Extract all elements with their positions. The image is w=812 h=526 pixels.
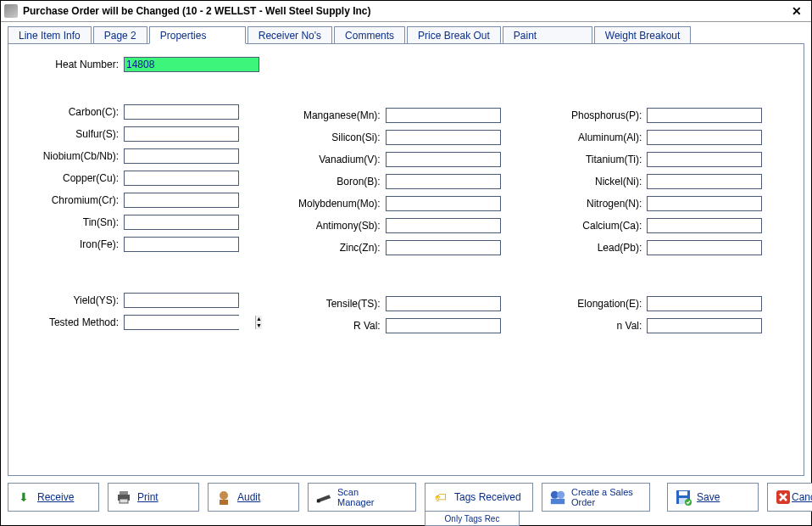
tin-label: Tin(Sn):	[17, 216, 119, 228]
svg-point-3	[220, 491, 228, 500]
tags-received-button[interactable]: 🏷 Tags Received	[425, 483, 533, 512]
manganese-input[interactable]	[386, 108, 501, 123]
close-button[interactable]: ✕	[786, 3, 808, 20]
tab-paint[interactable]: Paint	[503, 26, 592, 44]
sales-order-icon	[549, 489, 566, 506]
form-col-1: Heat Number: Carbon(C): Sulfur(S): Niobi…	[17, 56, 272, 339]
tensile-label: Tensile(TS):	[279, 298, 381, 310]
spinner-down-icon[interactable]: ▼	[256, 322, 262, 329]
save-label: Save	[697, 491, 720, 503]
lead-input[interactable]	[647, 240, 762, 255]
tested-method-spinner[interactable]: ▲ ▼	[124, 315, 239, 330]
boron-input[interactable]	[386, 174, 501, 189]
chromium-input[interactable]	[124, 193, 239, 208]
zinc-input[interactable]	[386, 240, 501, 255]
tab-weight-breakout[interactable]: Weight Breakout	[594, 26, 692, 44]
tab-properties[interactable]: Properties	[149, 26, 246, 44]
sulfur-input[interactable]	[124, 126, 239, 142]
form-col-3: Phosphorus(P): Aluminum(Al): Titanium(Ti…	[540, 56, 795, 339]
print-button[interactable]: Print	[108, 483, 199, 512]
form-col-2: Manganese(Mn): Silicon(Si): Vanadium(V):…	[279, 56, 534, 339]
scan-manager-label: ScanManager	[337, 487, 374, 507]
titanium-label: Titanium(Ti):	[540, 154, 642, 165]
nitrogen-input[interactable]	[647, 196, 762, 211]
scanner-icon	[315, 489, 332, 506]
svg-rect-4	[220, 500, 228, 505]
n-val-label: n Val:	[540, 320, 642, 332]
tab-page-2[interactable]: Page 2	[93, 26, 147, 44]
niobium-label: Niobium(Cb/Nb):	[17, 150, 119, 162]
svg-rect-5	[317, 500, 320, 503]
calcium-label: Calcium(Ca):	[540, 220, 642, 232]
save-icon	[675, 489, 692, 506]
carbon-input[interactable]	[124, 104, 239, 120]
silicon-label: Silicon(Si):	[279, 132, 381, 143]
spinner-up-icon[interactable]: ▲	[256, 316, 262, 322]
vanadium-input[interactable]	[386, 152, 501, 167]
tab-receiver-nos[interactable]: Receiver No's	[247, 26, 332, 44]
antimony-input[interactable]	[386, 218, 501, 233]
yield-label: Yield(YS):	[17, 294, 119, 306]
svg-point-7	[557, 491, 565, 499]
tested-method-input[interactable]	[125, 316, 255, 329]
iron-input[interactable]	[124, 237, 239, 252]
tags-received-label: Tags Received	[454, 491, 521, 503]
svg-rect-2	[120, 499, 128, 503]
aluminum-input[interactable]	[647, 130, 762, 145]
app-icon	[4, 4, 18, 18]
title-bar: Purchase Order will be Changed (10 - 2 W…	[1, 1, 811, 22]
only-tags-rec-label: Only Tags Rec	[445, 514, 500, 523]
receive-button[interactable]: ⬇ Receive	[8, 483, 99, 512]
zinc-label: Zinc(Zn):	[279, 242, 381, 254]
elongation-input[interactable]	[647, 296, 762, 311]
nickel-input[interactable]	[647, 174, 762, 189]
calcium-input[interactable]	[647, 218, 762, 233]
silicon-input[interactable]	[386, 130, 501, 145]
tab-strip: Line Item Info Page 2 Properties Receive…	[1, 22, 811, 43]
r-val-input[interactable]	[386, 318, 501, 333]
create-sales-order-button[interactable]: Create a SalesOrder	[542, 483, 650, 512]
nickel-label: Nickel(Ni):	[540, 176, 642, 187]
boron-label: Boron(B):	[279, 176, 381, 187]
carbon-label: Carbon(C):	[17, 106, 119, 118]
heat-number-input[interactable]	[124, 57, 259, 72]
tensile-input[interactable]	[386, 296, 501, 311]
manganese-label: Manganese(Mn):	[279, 109, 381, 121]
tin-input[interactable]	[124, 215, 239, 230]
yield-input[interactable]	[124, 293, 239, 308]
only-tags-rec-button[interactable]: Only Tags Rec	[425, 512, 520, 526]
svg-rect-1	[120, 491, 128, 495]
titanium-input[interactable]	[647, 152, 762, 167]
svg-rect-10	[679, 491, 687, 495]
properties-form: Heat Number: Carbon(C): Sulfur(S): Niobi…	[17, 56, 795, 339]
iron-label: Iron(Fe):	[17, 238, 119, 250]
audit-label: Audit	[237, 491, 260, 503]
phosphorus-label: Phosphorus(P):	[540, 109, 642, 121]
copper-input[interactable]	[124, 171, 239, 186]
heat-number-label: Heat Number:	[17, 59, 119, 70]
scan-manager-button[interactable]: ScanManager	[308, 483, 416, 512]
audit-button[interactable]: Audit	[208, 483, 299, 512]
molybdenum-input[interactable]	[386, 196, 501, 211]
receive-label: Receive	[37, 491, 74, 503]
cancel-icon	[775, 489, 792, 506]
tab-line-item-info[interactable]: Line Item Info	[8, 26, 92, 44]
sulfur-label: Sulfur(S):	[17, 128, 119, 140]
printer-icon	[115, 489, 132, 506]
receive-icon: ⬇	[15, 489, 32, 506]
svg-rect-8	[551, 499, 565, 504]
r-val-label: R Val:	[279, 320, 381, 332]
tag-icon: 🏷	[432, 489, 449, 506]
cancel-button[interactable]: Cancel	[767, 483, 812, 512]
molybdenum-label: Molybdenum(Mo):	[279, 198, 381, 210]
n-val-input[interactable]	[647, 318, 762, 333]
tab-price-break-out[interactable]: Price Break Out	[407, 26, 501, 44]
niobium-input[interactable]	[124, 148, 239, 164]
tab-comments[interactable]: Comments	[334, 26, 405, 44]
action-bar: ⬇ Receive Print Audit ScanManager	[1, 479, 811, 525]
phosphorus-input[interactable]	[647, 108, 762, 123]
elongation-label: Elongation(E):	[540, 298, 642, 310]
save-button[interactable]: Save	[667, 483, 759, 512]
vanadium-label: Vanadium(V):	[279, 154, 381, 165]
create-sales-order-label: Create a SalesOrder	[571, 487, 633, 507]
